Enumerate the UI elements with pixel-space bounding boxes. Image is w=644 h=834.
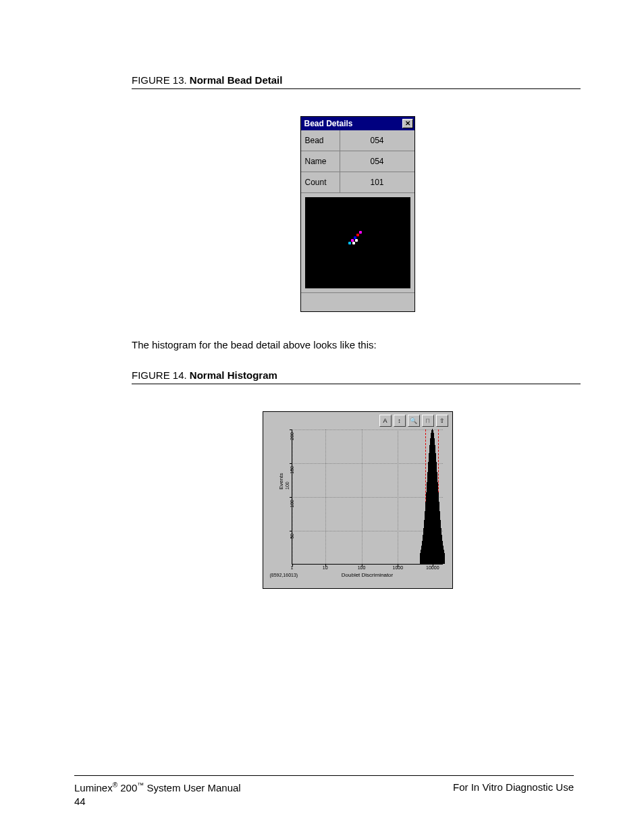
- x-tick-label: 10: [323, 564, 328, 570]
- bead-scatter-plot: [305, 197, 410, 288]
- x-tick-label: 10000: [426, 564, 439, 570]
- dialog-title: Bead Details: [304, 119, 353, 128]
- scatter-dot: [352, 242, 355, 244]
- bead-row-label: Count: [301, 172, 340, 192]
- histogram-toolbar: A↕🔍⨅⇧: [379, 415, 448, 427]
- dialog-footer-bar: [301, 292, 414, 311]
- bead-row-value: 101: [340, 172, 414, 192]
- figure-13-caption: FIGURE 13. Normal Bead Detail: [132, 74, 581, 89]
- scatter-dot: [359, 231, 362, 234]
- histogram-bar: [444, 553, 445, 564]
- y-tick-label: 150: [290, 463, 294, 474]
- y-tick-label: 200: [290, 429, 294, 440]
- bead-row-value: 054: [340, 130, 414, 151]
- histogram-toolbar-button-4[interactable]: ⇧: [436, 415, 448, 427]
- footer-left: Luminex® 200™ System User Manual: [74, 781, 241, 793]
- y-axis-label: Events 100: [278, 473, 290, 490]
- figure-13-prefix: FIGURE 13.: [132, 74, 187, 86]
- bead-row-count: Count 101: [301, 172, 414, 193]
- x-tick-label: 1: [291, 564, 294, 570]
- close-icon[interactable]: ✕: [402, 119, 413, 128]
- x-tick-label: 1000: [393, 564, 404, 570]
- dialog-titlebar[interactable]: Bead Details ✕: [301, 117, 414, 130]
- y-tick-label: 100: [290, 497, 294, 508]
- origin-coordinates: (8592,16013): [270, 573, 298, 577]
- body-paragraph: The histogram for the bead detail above …: [132, 339, 581, 350]
- figure-14-caption: FIGURE 14. Normal Histogram: [132, 369, 581, 384]
- scatter-dot: [348, 242, 351, 244]
- histogram-panel: A↕🔍⨅⇧ Events 100 11010010001000050100150…: [263, 411, 453, 589]
- histogram-toolbar-button-1[interactable]: ↕: [394, 415, 406, 427]
- footer-right: For In Vitro Diagnostic Use: [453, 781, 574, 793]
- bead-details-dialog: Bead Details ✕ Bead 054 Name 054 Count 1…: [300, 116, 415, 312]
- y-tick-label: 50: [290, 531, 294, 539]
- histogram-toolbar-button-2[interactable]: 🔍: [408, 415, 420, 427]
- bead-row-value: 054: [340, 151, 414, 172]
- bead-row-bead: Bead 054: [301, 130, 414, 151]
- histogram-toolbar-button-0[interactable]: A: [379, 415, 392, 427]
- histogram-plot-area: 11010010001000050100150200Doublet Discri…: [292, 429, 443, 565]
- page-footer: Luminex® 200™ System User Manual For In …: [74, 775, 574, 793]
- bead-row-label: Bead: [301, 130, 340, 151]
- x-tick-label: 100: [358, 564, 366, 570]
- figure-14-title: Normal Histogram: [190, 369, 277, 381]
- scatter-dot: [355, 239, 358, 242]
- bead-row-name: Name 054: [301, 151, 414, 172]
- x-axis-label: Doublet Discriminator: [342, 572, 393, 578]
- figure-14-prefix: FIGURE 14.: [132, 369, 187, 381]
- histogram-toolbar-button-3[interactable]: ⨅: [422, 415, 434, 427]
- figure-13-title: Normal Bead Detail: [190, 74, 283, 86]
- page-number: 44: [74, 796, 86, 807]
- bead-row-label: Name: [301, 151, 340, 172]
- scatter-dot: [356, 234, 359, 236]
